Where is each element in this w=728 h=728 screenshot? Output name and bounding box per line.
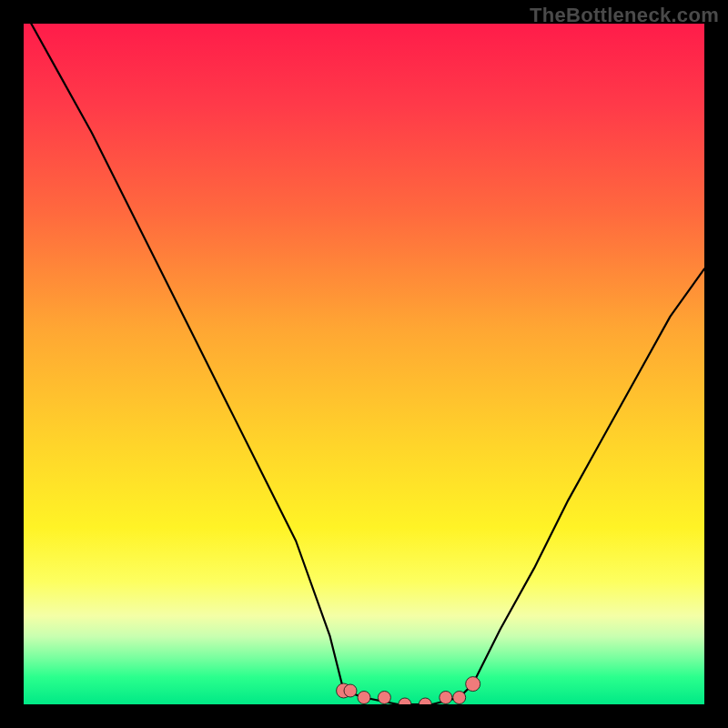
plot-area	[24, 24, 704, 704]
optimal-point	[399, 698, 411, 704]
optimal-point	[466, 677, 480, 692]
optimal-range-points	[337, 677, 480, 704]
optimal-point	[344, 684, 357, 697]
watermark-text: TheBottleneck.com	[530, 4, 719, 27]
bottleneck-curve	[24, 24, 704, 704]
bottleneck-chart	[24, 24, 704, 704]
optimal-point	[440, 692, 452, 704]
optimal-point	[419, 698, 431, 704]
optimal-point	[378, 692, 390, 704]
chart-frame: TheBottleneck.com	[0, 0, 728, 728]
optimal-point	[358, 692, 370, 704]
optimal-point	[453, 692, 466, 704]
